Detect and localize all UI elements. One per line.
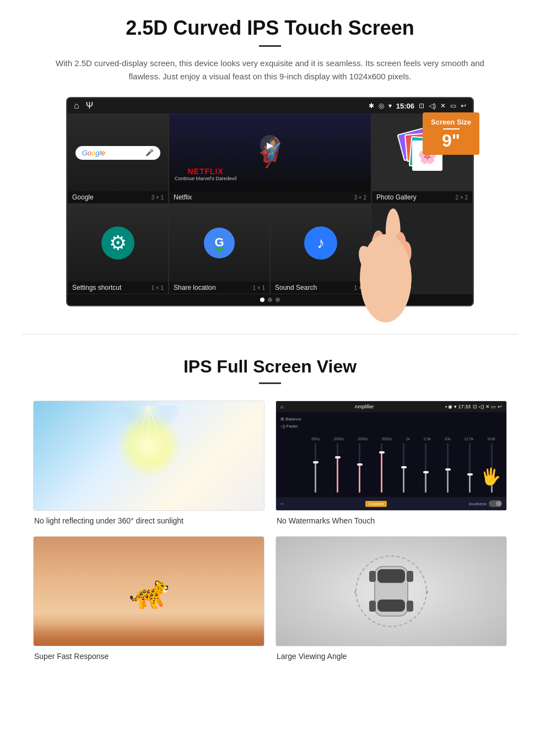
section1-title: 2.5D Curved IPS Touch Screen	[33, 17, 507, 40]
netflix-logo-text: NETFLIX	[175, 167, 236, 176]
section2: IPS Full Screen View	[0, 351, 540, 683]
ground-shadow	[34, 624, 264, 646]
sunlight-label: No light reflecting under 360° direct su…	[33, 516, 264, 525]
eq-loudness: loudness	[469, 500, 502, 507]
equalizer-label: No Watermarks When Touch	[276, 516, 507, 525]
bluetooth-icon: ✱	[369, 102, 374, 110]
feature-img-cheetah: 🐆	[33, 536, 264, 646]
status-bar: ⌂ Ψ ✱ ◎ ▾ 15:06 ⊡ ◁) ✕ ▭ ↩	[67, 98, 473, 114]
eq-slider-4[interactable]	[381, 443, 382, 493]
hand-overlay	[342, 190, 430, 339]
eq-fader: ◁)Fader	[280, 424, 303, 429]
section2-underline	[259, 382, 281, 384]
google-search-bar[interactable]: Google 🎤	[75, 146, 161, 160]
feature-equalizer: ⌂ Amplifier ▪ ◉ ▾ 17:33 ⊡ ◁) ✕ ▭ ↩ ⊞Bala…	[276, 401, 507, 525]
car-arrow-right: ›	[425, 586, 429, 597]
eq-slider-5[interactable]	[403, 443, 404, 493]
eq-home-icon: ⌂	[280, 404, 283, 409]
eq-sidebar: ⊞Balance ◁)Fader	[280, 417, 303, 493]
share-grid-size: 1 × 1	[252, 285, 265, 291]
google-app-name: Google	[72, 193, 94, 201]
sound-search-icon: ♪	[304, 226, 337, 260]
feature-img-car: ‹ ›	[276, 536, 507, 646]
netflix-app-inner: 🦸 ▶ NETFLIX Continue Marvel's Daredevil	[169, 114, 371, 191]
screen-size-badge: Screen Size 9"	[423, 112, 479, 155]
sun-glow	[116, 412, 182, 478]
feature-img-sunlight	[33, 401, 264, 511]
settings-app-name: Settings shortcut	[72, 284, 121, 291]
mic-icon: 🎤	[145, 149, 154, 156]
svg-text:G: G	[214, 235, 224, 249]
title-underline	[259, 45, 281, 47]
eq-time: ▪ ◉ ▾ 17:33	[445, 404, 471, 409]
feature-cheetah: 🐆 Super Fast Response	[33, 536, 264, 661]
photo-grid-size: 2 × 2	[455, 195, 468, 201]
feature-img-equalizer: ⌂ Amplifier ▪ ◉ ▾ 17:33 ⊡ ◁) ✕ ▭ ↩ ⊞Bala…	[276, 401, 507, 511]
android-screen-wrapper: Screen Size 9" ⌂ Ψ ✱ ◎ ▾ 15:06 ⊡ ◁) ✕	[66, 97, 474, 306]
feature-car: ‹ ›	[276, 536, 507, 661]
features-grid: No light reflecting under 360° direct su…	[33, 401, 507, 661]
settings-grid-size: 1 × 1	[151, 285, 164, 291]
eq-slider-8[interactable]	[469, 443, 471, 493]
netflix-subtitle: Continue Marvel's Daredevil	[175, 176, 236, 181]
eq-slider-7[interactable]	[447, 443, 449, 493]
volume-icon: ◁)	[429, 102, 436, 110]
share-location-cell[interactable]: G Share location 1 × 1	[169, 204, 270, 294]
settings-app-inner	[68, 204, 168, 282]
usb-icon: Ψ	[86, 101, 93, 111]
loudness-toggle[interactable]	[489, 500, 502, 507]
home-icon[interactable]: ⌂	[74, 101, 79, 111]
wifi-icon: ▾	[388, 102, 392, 110]
settings-cell-bg	[68, 204, 168, 282]
back-icon[interactable]: ↩	[461, 102, 466, 110]
google-grid-size: 3 × 1	[151, 195, 164, 201]
eq-bars: 60hz 100hz 200hz 500hz 1k 2.5k 10k 12.5k…	[305, 417, 502, 493]
eq-prev-icon[interactable]: ‹‹	[280, 501, 283, 506]
share-app-name: Share location	[174, 284, 216, 291]
camera-icon: ⊡	[419, 102, 424, 110]
eq-labels-top: 60hz 100hz 200hz 500hz 1k 2.5k 10k 12.5k…	[305, 437, 502, 441]
car-view-container: ‹ ›	[369, 555, 413, 627]
settings-gear-icon	[101, 226, 134, 260]
eq-balance: ⊞Balance	[280, 417, 303, 422]
eq-slider-2[interactable]	[337, 443, 338, 493]
section2-title: IPS Full Screen View	[33, 357, 507, 377]
eq-slider-3[interactable]	[359, 443, 360, 493]
badge-label: Screen Size	[431, 118, 471, 126]
share-cell-label: Share location 1 × 1	[169, 282, 269, 294]
share-cell-bg: G	[169, 204, 269, 282]
pagination-dot-3[interactable]	[276, 298, 280, 302]
google-cell-label: Google 3 × 1	[68, 191, 168, 203]
pagination-dot-2[interactable]	[268, 298, 272, 302]
cheetah-emoji: 🐆	[128, 572, 170, 611]
netflix-cell-label: Netflix 3 × 2	[169, 191, 371, 203]
eq-sliders-row	[305, 443, 502, 493]
section-divider	[22, 334, 518, 334]
netflix-app-cell[interactable]: 🦸 ▶ NETFLIX Continue Marvel's Daredevil …	[169, 114, 371, 204]
eq-slider-1[interactable]	[315, 443, 316, 493]
status-left: ⌂ Ψ	[74, 101, 93, 111]
badge-size: 9"	[431, 132, 471, 149]
car-arrow-left: ‹	[354, 586, 357, 597]
status-time: 15:06	[396, 102, 414, 110]
settings-cell-label: Settings shortcut 1 × 1	[68, 282, 168, 294]
google-app-cell[interactable]: Google 🎤 Google 3 × 1	[67, 114, 169, 204]
close-icon: ✕	[440, 102, 446, 110]
netflix-logo-overlay: NETFLIX Continue Marvel's Daredevil	[175, 167, 236, 181]
eq-statusbar: ⌂ Amplifier ▪ ◉ ▾ 17:33 ⊡ ◁) ✕ ▭ ↩	[276, 401, 506, 412]
eq-title: Amplifier	[355, 404, 374, 409]
sound-app-name: Sound Search	[275, 284, 317, 291]
window-icon: ▭	[450, 102, 456, 110]
location-icon: ◎	[379, 102, 384, 110]
netflix-play-btn[interactable]: ▶	[260, 135, 280, 155]
google-cell-bg: Google 🎤	[68, 114, 168, 191]
google-logo: Google	[82, 149, 105, 157]
loudness-label: loudness	[469, 501, 487, 506]
status-right: ✱ ◎ ▾ 15:06 ⊡ ◁) ✕ ▭ ↩	[369, 102, 466, 110]
svg-point-8	[360, 234, 411, 322]
eq-custom-label[interactable]: Custom	[365, 501, 387, 507]
settings-app-cell[interactable]: Settings shortcut 1 × 1	[67, 204, 169, 294]
section1-description: With 2.5D curved-display screen, this de…	[50, 57, 490, 83]
pagination-dot-1[interactable]	[260, 298, 264, 302]
eq-slider-6[interactable]	[425, 443, 426, 493]
